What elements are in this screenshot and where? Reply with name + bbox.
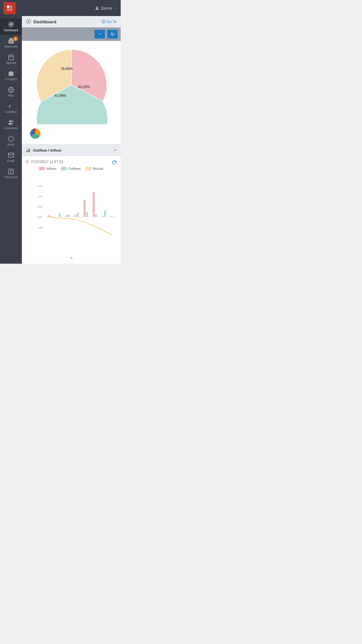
goto-button[interactable]: Go To [101, 20, 117, 24]
svg-text:0.0M: 0.0M [37, 216, 42, 218]
main-layout: Dashboard 8 Approvals Agenda Company Map… [0, 16, 121, 264]
svg-text:€: € [8, 104, 11, 109]
legend-inflows: Inflows [39, 167, 56, 170]
svg-point-20 [28, 21, 29, 22]
legend-results: Results [85, 167, 103, 170]
sidebar-item-map[interactable]: Map [0, 84, 22, 100]
svg-text:41.09%: 41.09% [54, 94, 66, 98]
svg-rect-29 [29, 149, 30, 152]
svg-rect-27 [26, 150, 27, 152]
sidebar-items-label: Items [7, 143, 14, 146]
sidebar-email-label: Email [7, 159, 15, 162]
legend-outflows: Outflows [61, 167, 81, 170]
inflows-label: Inflows [46, 167, 56, 170]
dashboard-title-area: Dashboard [26, 19, 56, 24]
sidebar-item-cashflow[interactable]: € Cashflow [0, 100, 22, 116]
sidebar-cashflow-label: Cashflow [5, 110, 17, 113]
sidebar-company-label: Company [5, 78, 17, 81]
user-name-label: Demo [101, 6, 112, 10]
svg-rect-2 [7, 8, 9, 11]
svg-text:1.5M: 1.5M [37, 185, 42, 188]
svg-text:-0.5M: -0.5M [37, 226, 43, 229]
section-minus-button[interactable]: − [114, 148, 117, 153]
sidebar-item-agenda[interactable]: Agenda [0, 51, 22, 67]
outflows-color-box [61, 167, 67, 170]
svg-point-12 [9, 120, 11, 122]
dashboard-header: Dashboard Go To [22, 16, 121, 27]
svg-rect-3 [10, 8, 12, 11]
sidebar-item-items[interactable]: Items [0, 133, 22, 149]
outflow-section-title: Outflow / Inflow [33, 148, 61, 153]
outflow-section-title-area: Outflow / Inflow [26, 148, 61, 153]
sidebar-approvals-label: Approvals [4, 45, 17, 48]
svg-rect-42 [68, 214, 70, 217]
svg-rect-38 [50, 216, 52, 217]
sidebar-item-timesheet[interactable]: Timesheet [0, 165, 22, 182]
sidebar-customers-label: Customers [4, 127, 18, 130]
svg-rect-45 [84, 200, 86, 217]
top-bar: Demo [0, 0, 121, 16]
bar-chart: 1.5M 1.0M 0.5M 0.0M -0.5M [25, 174, 117, 250]
svg-text:43.23%: 43.23% [78, 85, 90, 89]
refresh-button[interactable]: ↻ [107, 30, 118, 38]
chart-timestamp-row: 27/07/2017 11:57:23 [25, 160, 117, 167]
inflows-color-box [39, 167, 45, 170]
sidebar-dashboard-label: Dashboard [4, 29, 18, 32]
user-menu[interactable]: Demo [95, 6, 117, 10]
svg-rect-50 [104, 210, 106, 217]
svg-text:0.5M: 0.5M [37, 206, 42, 208]
svg-text:1.0M: 1.0M [37, 195, 42, 198]
svg-rect-37 [47, 215, 49, 217]
svg-rect-43 [75, 215, 77, 217]
minimize-button[interactable]: − [94, 30, 105, 38]
approvals-badge: 8 [13, 36, 18, 41]
content-area: Dashboard Go To − ↻ [22, 16, 121, 264]
pie-chart: 43.23% 41.09% 15.68% [32, 46, 111, 124]
svg-rect-48 [95, 214, 97, 217]
sidebar-item-dashboard[interactable]: Dashboard [0, 18, 22, 35]
sidebar-map-label: Map [8, 94, 14, 97]
chart-legend: Inflows Outflows Results [25, 167, 117, 170]
mini-legend [27, 128, 41, 139]
svg-point-4 [96, 6, 98, 8]
svg-rect-1 [10, 6, 12, 8]
sidebar-timesheet-label: Timesheet [4, 176, 17, 179]
chart-refresh-button[interactable] [111, 160, 117, 167]
svg-rect-28 [28, 150, 29, 152]
svg-rect-40 [59, 213, 61, 217]
outflow-section-header: Outflow / Inflow − [22, 144, 121, 156]
svg-rect-0 [7, 6, 9, 8]
sidebar-item-email[interactable]: Email [0, 149, 22, 165]
outflow-chart-section: 27/07/2017 11:57:23 Inflows Outflows [22, 156, 121, 253]
results-label: Results [93, 167, 103, 170]
svg-text:15.68%: 15.68% [61, 67, 73, 71]
dashboard-toolbar: − ↻ [22, 27, 121, 41]
svg-point-13 [11, 121, 13, 123]
timestamp-label: 27/07/2017 11:57:23 [31, 160, 63, 164]
svg-rect-49 [102, 216, 104, 217]
svg-rect-6 [8, 55, 13, 60]
svg-rect-41 [66, 215, 68, 217]
scroll-up-indicator[interactable] [22, 253, 121, 264]
page-title: Dashboard [34, 19, 56, 24]
sidebar-item-customers[interactable]: Customers [0, 116, 22, 133]
pie-chart-section: 43.23% 41.09% 15.68% [22, 41, 121, 144]
svg-rect-51 [111, 216, 113, 217]
sidebar-agenda-label: Agenda [6, 61, 16, 64]
svg-rect-47 [93, 192, 95, 217]
sidebar-item-approvals[interactable]: 8 Approvals [0, 35, 22, 51]
sidebar-item-company[interactable]: Company [0, 67, 22, 84]
outflows-label: Outflows [68, 167, 81, 170]
sidebar: Dashboard 8 Approvals Agenda Company Map… [0, 16, 22, 264]
results-color-box [85, 167, 91, 170]
chart-timestamp: 27/07/2017 11:57:23 [25, 160, 63, 164]
goto-label: Go To [107, 20, 117, 24]
svg-rect-46 [86, 212, 88, 217]
svg-rect-44 [77, 213, 79, 217]
app-logo [3, 2, 16, 14]
